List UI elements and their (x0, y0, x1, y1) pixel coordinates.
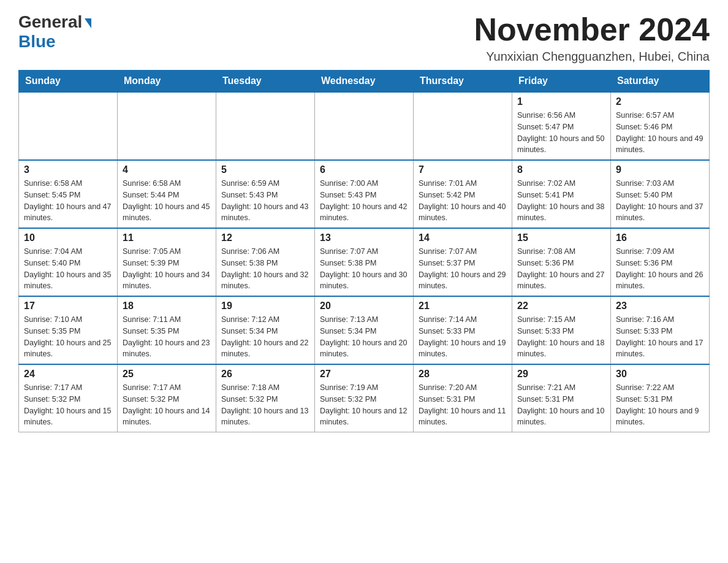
weekday-header-wednesday: Wednesday (315, 71, 414, 93)
day-number: 3 (24, 164, 112, 175)
calendar-cell: 7Sunrise: 7:01 AMSunset: 5:42 PMDaylight… (414, 160, 512, 228)
day-number: 1 (517, 96, 605, 107)
day-number: 5 (221, 164, 309, 175)
week-row-1: 1Sunrise: 6:56 AMSunset: 5:47 PMDaylight… (19, 92, 710, 160)
day-number: 25 (123, 369, 211, 380)
week-row-4: 17Sunrise: 7:10 AMSunset: 5:35 PMDayligh… (19, 296, 710, 364)
calendar-cell: 18Sunrise: 7:11 AMSunset: 5:35 PMDayligh… (118, 296, 216, 364)
sun-info: Sunrise: 7:12 AMSunset: 5:34 PMDaylight:… (221, 314, 309, 360)
calendar-cell: 15Sunrise: 7:08 AMSunset: 5:36 PMDayligh… (512, 228, 611, 296)
title-area: November 2024 Yunxixian Chengguanzhen, H… (474, 12, 710, 64)
calendar-cell (118, 92, 216, 160)
calendar-cell: 6Sunrise: 7:00 AMSunset: 5:43 PMDaylight… (315, 160, 414, 228)
sun-info: Sunrise: 7:11 AMSunset: 5:35 PMDaylight:… (123, 314, 211, 360)
sun-info: Sunrise: 7:01 AMSunset: 5:42 PMDaylight:… (419, 178, 507, 224)
calendar-cell: 14Sunrise: 7:07 AMSunset: 5:37 PMDayligh… (414, 228, 512, 296)
day-number: 22 (517, 301, 605, 312)
week-row-2: 3Sunrise: 6:58 AMSunset: 5:45 PMDaylight… (19, 160, 710, 228)
sun-info: Sunrise: 7:07 AMSunset: 5:38 PMDaylight:… (320, 246, 408, 292)
day-number: 17 (24, 301, 112, 312)
weekday-header-thursday: Thursday (414, 71, 512, 93)
day-number: 24 (24, 369, 112, 380)
sun-info: Sunrise: 6:57 AMSunset: 5:46 PMDaylight:… (616, 110, 704, 156)
sun-info: Sunrise: 7:09 AMSunset: 5:36 PMDaylight:… (616, 246, 704, 292)
header: General Blue November 2024 Yunxixian Che… (18, 12, 710, 64)
sun-info: Sunrise: 7:14 AMSunset: 5:33 PMDaylight:… (419, 314, 507, 360)
weekday-header-tuesday: Tuesday (216, 71, 315, 93)
sun-info: Sunrise: 7:07 AMSunset: 5:37 PMDaylight:… (419, 246, 507, 292)
calendar-cell: 19Sunrise: 7:12 AMSunset: 5:34 PMDayligh… (216, 296, 315, 364)
day-number: 4 (123, 164, 211, 175)
calendar-cell: 16Sunrise: 7:09 AMSunset: 5:36 PMDayligh… (611, 228, 710, 296)
sun-info: Sunrise: 7:16 AMSunset: 5:33 PMDaylight:… (616, 314, 704, 360)
sun-info: Sunrise: 7:05 AMSunset: 5:39 PMDaylight:… (123, 246, 211, 292)
weekday-header-saturday: Saturday (611, 71, 710, 93)
day-number: 12 (221, 232, 309, 243)
location-title: Yunxixian Chengguanzhen, Hubei, China (474, 50, 710, 64)
sun-info: Sunrise: 7:15 AMSunset: 5:33 PMDaylight:… (517, 314, 605, 360)
day-number: 18 (123, 301, 211, 312)
calendar-cell: 24Sunrise: 7:17 AMSunset: 5:32 PMDayligh… (19, 364, 118, 432)
calendar-cell: 12Sunrise: 7:06 AMSunset: 5:38 PMDayligh… (216, 228, 315, 296)
calendar-cell: 2Sunrise: 6:57 AMSunset: 5:46 PMDaylight… (611, 92, 710, 160)
sun-info: Sunrise: 7:08 AMSunset: 5:36 PMDaylight:… (517, 246, 605, 292)
weekday-header-friday: Friday (512, 71, 611, 93)
sun-info: Sunrise: 7:04 AMSunset: 5:40 PMDaylight:… (24, 246, 112, 292)
calendar-cell: 25Sunrise: 7:17 AMSunset: 5:32 PMDayligh… (118, 364, 216, 432)
day-number: 14 (419, 232, 507, 243)
calendar-cell: 26Sunrise: 7:18 AMSunset: 5:32 PMDayligh… (216, 364, 315, 432)
day-number: 21 (419, 301, 507, 312)
day-number: 30 (616, 369, 704, 380)
weekday-header-row: SundayMondayTuesdayWednesdayThursdayFrid… (19, 71, 710, 93)
sun-info: Sunrise: 6:58 AMSunset: 5:44 PMDaylight:… (123, 178, 211, 224)
weekday-header-monday: Monday (118, 71, 216, 93)
sun-info: Sunrise: 7:00 AMSunset: 5:43 PMDaylight:… (320, 178, 408, 224)
day-number: 20 (320, 301, 408, 312)
day-number: 26 (221, 369, 309, 380)
calendar-cell: 3Sunrise: 6:58 AMSunset: 5:45 PMDaylight… (19, 160, 118, 228)
day-number: 8 (517, 164, 605, 175)
calendar-cell: 20Sunrise: 7:13 AMSunset: 5:34 PMDayligh… (315, 296, 414, 364)
day-number: 15 (517, 232, 605, 243)
day-number: 9 (616, 164, 704, 175)
calendar-cell: 8Sunrise: 7:02 AMSunset: 5:41 PMDaylight… (512, 160, 611, 228)
day-number: 13 (320, 232, 408, 243)
sun-info: Sunrise: 7:10 AMSunset: 5:35 PMDaylight:… (24, 314, 112, 360)
calendar-cell: 29Sunrise: 7:21 AMSunset: 5:31 PMDayligh… (512, 364, 611, 432)
day-number: 16 (616, 232, 704, 243)
day-number: 29 (517, 369, 605, 380)
logo: General Blue (18, 12, 91, 52)
sun-info: Sunrise: 7:22 AMSunset: 5:31 PMDaylight:… (616, 382, 704, 428)
calendar-cell: 28Sunrise: 7:20 AMSunset: 5:31 PMDayligh… (414, 364, 512, 432)
sun-info: Sunrise: 7:20 AMSunset: 5:31 PMDaylight:… (419, 382, 507, 428)
sun-info: Sunrise: 7:21 AMSunset: 5:31 PMDaylight:… (517, 382, 605, 428)
calendar-cell: 30Sunrise: 7:22 AMSunset: 5:31 PMDayligh… (611, 364, 710, 432)
sun-info: Sunrise: 7:06 AMSunset: 5:38 PMDaylight:… (221, 246, 309, 292)
day-number: 6 (320, 164, 408, 175)
day-number: 28 (419, 369, 507, 380)
sun-info: Sunrise: 7:13 AMSunset: 5:34 PMDaylight:… (320, 314, 408, 360)
week-row-3: 10Sunrise: 7:04 AMSunset: 5:40 PMDayligh… (19, 228, 710, 296)
logo-blue-text: Blue (18, 32, 56, 51)
sun-info: Sunrise: 7:18 AMSunset: 5:32 PMDaylight:… (221, 382, 309, 428)
day-number: 2 (616, 96, 704, 107)
day-number: 23 (616, 301, 704, 312)
calendar-cell (19, 92, 118, 160)
calendar-cell: 27Sunrise: 7:19 AMSunset: 5:32 PMDayligh… (315, 364, 414, 432)
calendar-cell: 10Sunrise: 7:04 AMSunset: 5:40 PMDayligh… (19, 228, 118, 296)
logo-general-text: General (18, 12, 82, 32)
calendar-cell: 23Sunrise: 7:16 AMSunset: 5:33 PMDayligh… (611, 296, 710, 364)
sun-info: Sunrise: 6:59 AMSunset: 5:43 PMDaylight:… (221, 178, 309, 224)
calendar-table: SundayMondayTuesdayWednesdayThursdayFrid… (18, 70, 710, 432)
day-number: 27 (320, 369, 408, 380)
day-number: 11 (123, 232, 211, 243)
calendar-cell: 21Sunrise: 7:14 AMSunset: 5:33 PMDayligh… (414, 296, 512, 364)
calendar-cell (216, 92, 315, 160)
logo-arrow-icon (85, 18, 91, 28)
day-number: 10 (24, 232, 112, 243)
week-row-5: 24Sunrise: 7:17 AMSunset: 5:32 PMDayligh… (19, 364, 710, 432)
sun-info: Sunrise: 7:17 AMSunset: 5:32 PMDaylight:… (24, 382, 112, 428)
calendar-cell: 4Sunrise: 6:58 AMSunset: 5:44 PMDaylight… (118, 160, 216, 228)
day-number: 7 (419, 164, 507, 175)
sun-info: Sunrise: 7:02 AMSunset: 5:41 PMDaylight:… (517, 178, 605, 224)
